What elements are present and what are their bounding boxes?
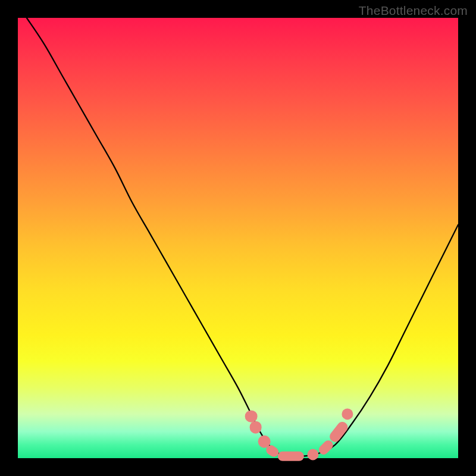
attribution-text: TheBottleneck.com bbox=[359, 4, 468, 18]
curve-marker-5 bbox=[307, 449, 318, 460]
chart-stage: TheBottleneck.com bbox=[0, 0, 476, 476]
curve-marker-1 bbox=[249, 421, 262, 434]
curve-marker-4 bbox=[278, 452, 304, 461]
plot-area bbox=[18, 18, 458, 458]
